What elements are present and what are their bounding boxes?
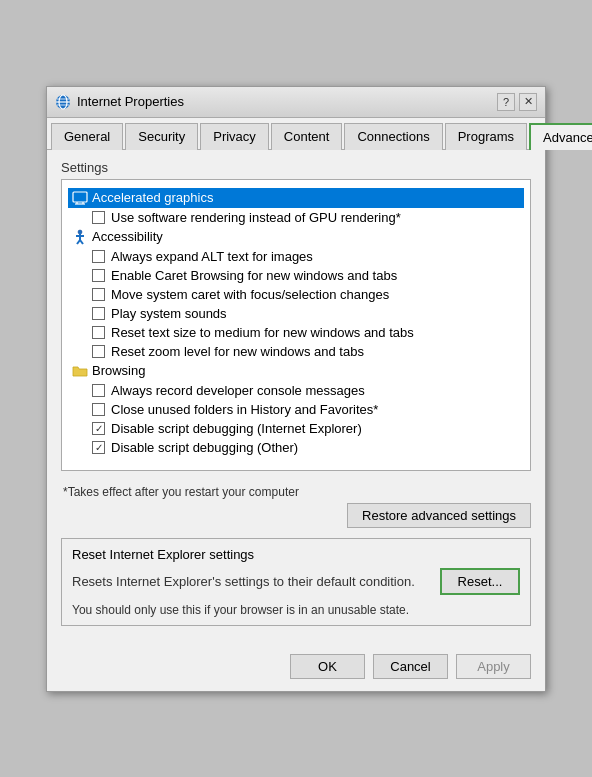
restore-row: Restore advanced settings bbox=[61, 503, 531, 528]
settings-group: Accelerated graphics Use software render… bbox=[61, 179, 531, 471]
item-reset-zoom[interactable]: Reset zoom level for new windows and tab… bbox=[68, 342, 524, 361]
checkbox-reset-zoom[interactable] bbox=[92, 345, 105, 358]
cancel-button[interactable]: Cancel bbox=[373, 654, 448, 679]
section-header-accessibility[interactable]: Accessibility bbox=[68, 227, 524, 247]
section-header-browsing[interactable]: Browsing bbox=[68, 361, 524, 381]
title-bar: Internet Properties ? ✕ bbox=[47, 87, 545, 118]
item-disable-debug-other[interactable]: Disable script debugging (Other) bbox=[68, 438, 524, 457]
item-close-folders[interactable]: Close unused folders in History and Favo… bbox=[68, 400, 524, 419]
disable-debug-other-label: Disable script debugging (Other) bbox=[111, 440, 298, 455]
checkbox-system-sounds[interactable] bbox=[92, 307, 105, 320]
dialog-title: Internet Properties bbox=[77, 94, 184, 109]
checkbox-caret-browsing[interactable] bbox=[92, 269, 105, 282]
checkbox-close-folders[interactable] bbox=[92, 403, 105, 416]
caret-browsing-label: Enable Caret Browsing for new windows an… bbox=[111, 268, 397, 283]
checkbox-disable-debug-ie[interactable] bbox=[92, 422, 105, 435]
accessibility-icon bbox=[72, 229, 88, 245]
close-button[interactable]: ✕ bbox=[519, 93, 537, 111]
footnote: *Takes effect after you restart your com… bbox=[61, 479, 531, 503]
checkbox-software-rendering[interactable] bbox=[92, 211, 105, 224]
browsing-label: Browsing bbox=[92, 363, 145, 378]
reset-text-size-label: Reset text size to medium for new window… bbox=[111, 325, 414, 340]
system-sounds-label: Play system sounds bbox=[111, 306, 227, 321]
reset-group: Reset Internet Explorer settings Resets … bbox=[61, 538, 531, 626]
apply-button[interactable]: Apply bbox=[456, 654, 531, 679]
checkbox-disable-debug-other[interactable] bbox=[92, 441, 105, 454]
svg-rect-5 bbox=[73, 192, 87, 202]
checkbox-system-caret[interactable] bbox=[92, 288, 105, 301]
system-caret-label: Move system caret with focus/selection c… bbox=[111, 287, 389, 302]
title-bar-left: Internet Properties bbox=[55, 94, 184, 110]
bottom-buttons: OK Cancel Apply bbox=[47, 646, 545, 691]
disable-debug-ie-label: Disable script debugging (Internet Explo… bbox=[111, 421, 362, 436]
ok-button[interactable]: OK bbox=[290, 654, 365, 679]
tab-content-area: Settings Accel bbox=[47, 150, 545, 646]
checkbox-reset-text-size[interactable] bbox=[92, 326, 105, 339]
svg-line-14 bbox=[80, 240, 83, 244]
tab-content[interactable]: Content bbox=[271, 123, 343, 150]
reset-button[interactable]: Reset... bbox=[440, 568, 520, 595]
tab-privacy[interactable]: Privacy bbox=[200, 123, 269, 150]
tab-bar: General Security Privacy Content Connect… bbox=[47, 118, 545, 150]
settings-list[interactable]: Accelerated graphics Use software render… bbox=[62, 180, 530, 470]
item-developer-console[interactable]: Always record developer console messages bbox=[68, 381, 524, 400]
accelerated-graphics-label: Accelerated graphics bbox=[92, 190, 213, 205]
folder-icon bbox=[72, 363, 88, 379]
help-button[interactable]: ? bbox=[497, 93, 515, 111]
item-system-sounds[interactable]: Play system sounds bbox=[68, 304, 524, 323]
section-header-accelerated-graphics[interactable]: Accelerated graphics bbox=[68, 188, 524, 208]
item-caret-browsing[interactable]: Enable Caret Browsing for new windows an… bbox=[68, 266, 524, 285]
accessibility-label: Accessibility bbox=[92, 229, 163, 244]
tab-security[interactable]: Security bbox=[125, 123, 198, 150]
tab-connections[interactable]: Connections bbox=[344, 123, 442, 150]
restore-advanced-button[interactable]: Restore advanced settings bbox=[347, 503, 531, 528]
reset-warning: You should only use this if your browser… bbox=[72, 603, 520, 617]
title-bar-controls: ? ✕ bbox=[497, 93, 537, 111]
reset-group-title: Reset Internet Explorer settings bbox=[72, 547, 520, 562]
item-reset-text-size[interactable]: Reset text size to medium for new window… bbox=[68, 323, 524, 342]
reset-zoom-label: Reset zoom level for new windows and tab… bbox=[111, 344, 364, 359]
software-rendering-label: Use software rendering instead of GPU re… bbox=[111, 210, 401, 225]
item-system-caret[interactable]: Move system caret with focus/selection c… bbox=[68, 285, 524, 304]
settings-list-inner: Accelerated graphics Use software render… bbox=[62, 184, 530, 461]
checkbox-alt-text[interactable] bbox=[92, 250, 105, 263]
checkbox-developer-console[interactable] bbox=[92, 384, 105, 397]
ie-icon bbox=[55, 94, 71, 110]
reset-description: Resets Internet Explorer's settings to t… bbox=[72, 574, 430, 589]
internet-properties-dialog: Internet Properties ? ✕ General Security… bbox=[46, 86, 546, 692]
tab-general[interactable]: General bbox=[51, 123, 123, 150]
tab-programs[interactable]: Programs bbox=[445, 123, 527, 150]
alt-text-label: Always expand ALT text for images bbox=[111, 249, 313, 264]
settings-group-label: Settings bbox=[61, 160, 531, 175]
item-alt-text[interactable]: Always expand ALT text for images bbox=[68, 247, 524, 266]
tab-advanced[interactable]: Advanced bbox=[529, 123, 592, 150]
close-folders-label: Close unused folders in History and Favo… bbox=[111, 402, 378, 417]
reset-row: Resets Internet Explorer's settings to t… bbox=[72, 568, 520, 595]
item-software-rendering[interactable]: Use software rendering instead of GPU re… bbox=[68, 208, 524, 227]
monitor-icon bbox=[72, 190, 88, 206]
item-disable-debug-ie[interactable]: Disable script debugging (Internet Explo… bbox=[68, 419, 524, 438]
developer-console-label: Always record developer console messages bbox=[111, 383, 365, 398]
